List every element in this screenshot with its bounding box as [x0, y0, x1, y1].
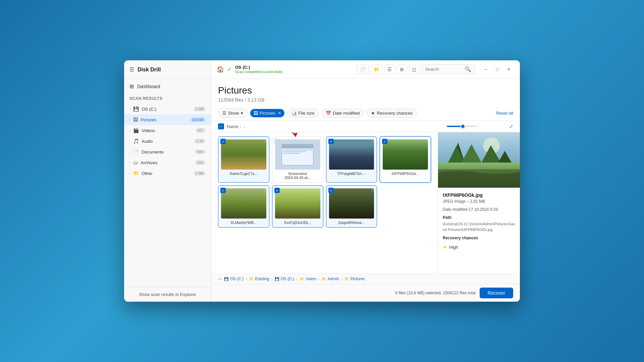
breadcrumb-item-os2[interactable]: 💾 OS (C:): [275, 277, 294, 281]
date-modified-meta: Date modified 17.10.2024 0:28: [443, 207, 515, 212]
sidebar-item-pictures[interactable]: › 🖼 Pictures 113.6K: [124, 114, 211, 125]
column-header: ─ Name ↓ ⌄ ⤢: [211, 121, 520, 132]
file-checkbox[interactable]: ✓: [220, 188, 226, 193]
detail-filename: tXFP68P6OGk.jpg: [443, 192, 515, 198]
audio-label: Audio: [142, 139, 191, 144]
sidebar-item-archives[interactable]: › 🗂 Archives 15K: [124, 157, 211, 168]
videos-icon: 🎬: [133, 128, 139, 133]
recovery-chances-label: Recovery chances: [377, 111, 413, 116]
svg-marker-1: [292, 133, 298, 137]
maximize-button[interactable]: □: [492, 65, 502, 74]
file-item[interactable]: ✓ ☆ TFFaIgbBETsh....: [326, 136, 377, 183]
file-size-filter-button[interactable]: 📊 File size: [287, 109, 319, 118]
sidebar-item-dashboard[interactable]: ⊞ Dashboard: [124, 79, 211, 94]
check-icon: ✓: [227, 66, 232, 72]
file-grid: ✓ ☆ RwHv7LgeC7s... ☆: [211, 132, 438, 274]
file-name: XvxFqD3uUEk...: [275, 221, 320, 225]
star-icon[interactable]: ☆: [371, 188, 375, 193]
drive-breadcrumb-icon2: 💾: [275, 277, 279, 281]
file-item[interactable]: ☆ Sc: [272, 136, 323, 183]
chevron-icon: ›: [129, 129, 130, 132]
audio-icon: 🎵: [133, 138, 139, 144]
sidebar-item-os[interactable]: › 💾 OS (C:) 1.5M: [124, 104, 211, 114]
path-section: Path \Existing\OS (C:\)\Users\Admin\Pict…: [443, 215, 515, 232]
sidebar: ☰ Disk Drill ⊞ Dashboard Scan results › …: [124, 60, 211, 302]
breadcrumb-dash-icon: —: [218, 277, 222, 281]
folder-button[interactable]: 📁: [371, 65, 382, 74]
title-bar-actions: 📄 📁 ☰ ⊞ ◫ 🔍 ─ □ ✕: [357, 64, 515, 74]
sidebar-item-other[interactable]: › 📁 Other 1.3M: [124, 168, 211, 179]
star-icon[interactable]: ☆: [425, 139, 429, 144]
file-checkbox[interactable]: ✓: [274, 188, 280, 193]
breadcrumb-sep: ›: [296, 277, 298, 281]
title-bar-left: 🏠 ✓ OS (C:) Scan completed successfully: [217, 65, 282, 74]
file-item[interactable]: ✓ ☆ Zpqjo6RAIesa...: [326, 185, 377, 228]
name-column-header[interactable]: Name ↓ ⌄: [227, 124, 246, 129]
remove-filter-icon[interactable]: ✕: [278, 111, 281, 115]
list-view-button[interactable]: ☰: [384, 65, 395, 74]
breadcrumb-item-os[interactable]: 💾 OS (C:): [224, 277, 244, 281]
breadcrumb-item-admin[interactable]: 📁 Admin: [322, 277, 339, 281]
star-icon[interactable]: ☆: [317, 188, 321, 193]
search-input[interactable]: [425, 67, 463, 72]
detail-image-content: [438, 132, 520, 188]
breadcrumb-item-existing[interactable]: 📁 Existing: [249, 277, 269, 281]
slider-thumb[interactable]: [461, 124, 465, 129]
show-explorer-button[interactable]: Show scan results in Explorer: [124, 287, 211, 302]
main-content: 🏠 ✓ OS (C:) Scan completed successfully …: [211, 60, 520, 302]
breadcrumb-item-users[interactable]: 📁 Users: [300, 277, 316, 281]
archives-label: Archives: [141, 160, 192, 165]
filter-tag-label: Pictures: [260, 111, 275, 116]
file-checkbox[interactable]: ✓: [328, 188, 334, 193]
expand-panel-icon[interactable]: ⤢: [509, 124, 513, 129]
recover-button[interactable]: Recover: [480, 288, 513, 298]
file-item[interactable]: ✓ ☆ XLIAaHqYWB...: [218, 185, 269, 228]
sidebar-item-documents[interactable]: › 📄 Documents 50K: [124, 146, 211, 157]
file-thumbnail: [275, 139, 320, 170]
date-modified-filter-button[interactable]: 📅 Date modified: [321, 109, 364, 118]
recovery-chances-filter-button[interactable]: ★ Recovery chances: [367, 109, 417, 118]
pictures-filter-tag[interactable]: 🖼 Pictures ✕: [250, 109, 284, 117]
drive-icon: 💾: [133, 106, 139, 112]
star-icon[interactable]: ☆: [263, 139, 267, 144]
other-icon: 📁: [133, 171, 139, 176]
file-item[interactable]: ✓ ☆ RwHv7LgeC7s...: [218, 136, 269, 183]
file-type: JPEG Image: [443, 199, 466, 204]
breadcrumb-item-pictures[interactable]: 📁 Pictures: [344, 277, 365, 281]
file-name: tXFP68P6OGk...: [383, 172, 428, 176]
reset-all-button[interactable]: Reset all: [496, 111, 513, 116]
file-thumbnail: [221, 139, 266, 170]
file-item[interactable]: ✓ ☆ XvxFqD3uUEk...: [272, 185, 323, 228]
home-icon[interactable]: 🏠: [217, 66, 224, 73]
file-checkbox[interactable]: ✓: [328, 139, 334, 144]
select-all-button[interactable]: ─: [218, 123, 224, 129]
archives-count: 15K: [195, 160, 206, 165]
detail-meta: JPEG Image – 2,81 MB: [443, 199, 515, 204]
sidebar-item-audio[interactable]: › 🎵 Audio 2.3K: [124, 136, 211, 146]
file-thumbnail: [329, 188, 374, 219]
file-checkbox[interactable]: ✓: [220, 139, 226, 144]
star-icon[interactable]: ☆: [263, 188, 267, 193]
sidebar-item-videos[interactable]: › 🎬 Videos 827: [124, 125, 211, 136]
close-button[interactable]: ✕: [503, 65, 515, 74]
show-filter-button[interactable]: ☰ Show ▾: [218, 109, 248, 118]
users-breadcrumb-icon: 📁: [300, 277, 304, 281]
filter-icon: ☰: [222, 111, 226, 116]
panel-button[interactable]: ◫: [409, 65, 419, 74]
chevron-icon: ›: [129, 107, 130, 111]
file-item[interactable]: ✓ ☆ tXFP68P6OGk...: [380, 136, 431, 183]
meta-dash: –: [467, 199, 470, 204]
documents-label: Documents: [142, 149, 192, 155]
star-icon[interactable]: ☆: [371, 139, 375, 144]
videos-count: 827: [196, 128, 206, 133]
file-checkbox[interactable]: ✓: [382, 139, 387, 144]
menu-icon[interactable]: ☰: [129, 66, 134, 73]
slider-track: [447, 126, 477, 127]
detail-panel: tXFP68P6OGk.jpg JPEG Image – 2,81 MB Dat…: [438, 132, 520, 274]
grid-view-button[interactable]: ⊞: [397, 65, 407, 74]
minimize-button[interactable]: ─: [480, 65, 491, 74]
file-path: \Existing\OS (C:\)\Users\Admin\Pictures\…: [443, 221, 515, 232]
new-file-button[interactable]: 📄: [357, 65, 369, 74]
filter-bar: ☰ Show ▾ 🖼 Pictures ✕ 📊 File size 📅 Date…: [211, 106, 520, 121]
dashboard-label: Dashboard: [137, 84, 160, 89]
